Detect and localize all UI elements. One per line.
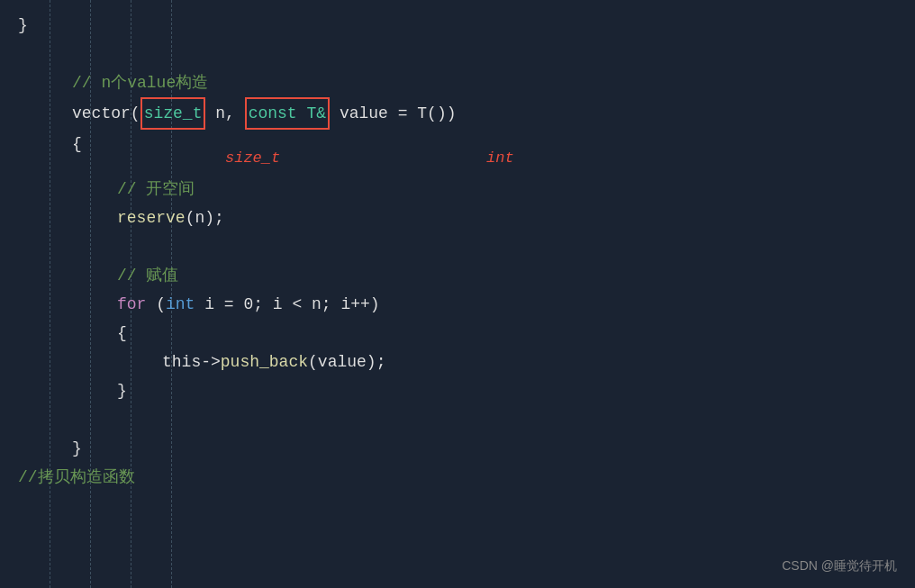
code-line: for (int i = 0; i < n; i++) xyxy=(18,290,897,319)
code-line: // 赋值 xyxy=(18,261,897,290)
line-comment: // n个value构造 xyxy=(18,68,208,97)
watermark: CSDN @睡觉待开机 xyxy=(782,558,897,574)
code-line: } xyxy=(18,376,897,405)
tooltip-label-int: int xyxy=(486,149,514,167)
line-copy-constructor-comment: //拷贝构造函数 xyxy=(18,463,135,492)
code-line: } xyxy=(18,434,897,463)
line-comment-assign: // 赋值 xyxy=(18,261,178,290)
code-line-with-tooltips: { size_t int xyxy=(18,130,897,175)
line-content xyxy=(18,40,90,68)
keyword-for: for xyxy=(117,295,146,313)
line-content: } xyxy=(18,11,90,40)
code-line: this->push_back(value); xyxy=(18,348,897,376)
blank-line-2 xyxy=(18,405,28,434)
tooltip-label-size-t: size_t xyxy=(225,149,280,167)
line-brace: { xyxy=(18,130,82,158)
code-line: // n个value构造 xyxy=(18,68,897,97)
func-push-back: push_back xyxy=(221,353,308,371)
code-line: vector(size_t n, const T& value = T()) xyxy=(18,97,897,130)
line-open-brace: { xyxy=(18,319,127,348)
line-pushback: this->push_back(value); xyxy=(18,348,385,376)
code-line xyxy=(18,232,897,261)
line-content: vector(size_t n, const T& value = T()) xyxy=(18,97,457,130)
line-close-brace-outer: } xyxy=(18,434,82,463)
blank-line xyxy=(18,232,28,261)
line-reserve: reserve(n); xyxy=(18,204,224,232)
line-for: for (int i = 0; i < n; i++) xyxy=(18,290,380,319)
code-editor: } // n个value构造 vector(size_t n, const T&… xyxy=(0,0,915,588)
keyword-int: int xyxy=(166,295,195,313)
code-line: reserve(n); xyxy=(18,204,897,232)
code-line xyxy=(18,405,897,434)
tooltip-const-t: const T& xyxy=(245,97,330,130)
line-comment-space: // 开空间 xyxy=(18,175,195,204)
code-line: //拷贝构造函数 xyxy=(18,463,897,492)
code-line: // 开空间 xyxy=(18,175,897,204)
code-line: } xyxy=(18,11,897,40)
tooltip-size-t: size_t xyxy=(140,97,206,130)
func-reserve: reserve xyxy=(117,209,186,227)
code-line xyxy=(18,40,897,68)
code-line: { xyxy=(18,319,897,348)
line-close-brace-inner: } xyxy=(18,376,127,405)
